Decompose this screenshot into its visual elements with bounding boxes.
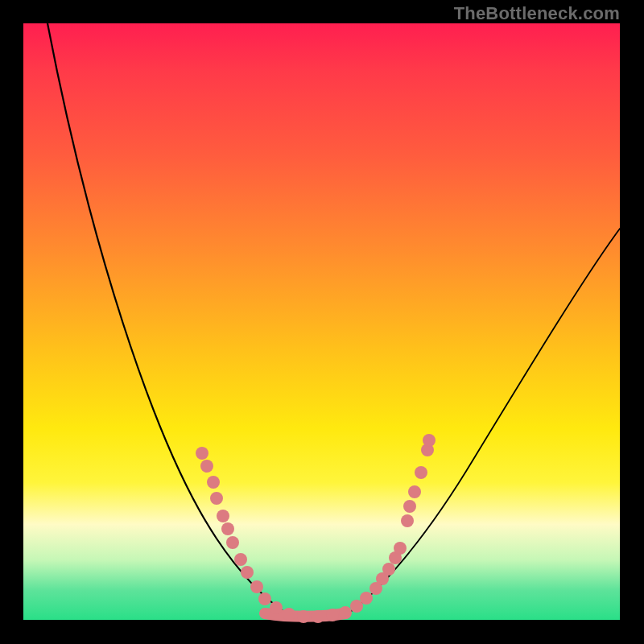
data-marker [283,608,295,621]
data-marker [394,542,407,555]
data-marker [403,500,416,513]
data-marker [382,563,395,576]
series-right-curve [345,229,620,615]
data-marker [200,460,213,473]
data-marker [217,510,229,522]
series-left-curve [47,23,287,614]
data-marker [326,609,339,621]
data-marker [270,601,283,614]
data-marker [234,553,247,566]
data-marker [250,580,263,593]
data-marker [415,466,427,479]
data-marker [207,476,220,489]
chart-svg [23,23,620,620]
data-marker [210,492,223,505]
chart-frame: TheBottleneck.com [0,0,644,644]
data-marker [221,522,234,535]
data-marker [258,592,271,605]
data-marker [297,610,310,623]
data-marker [226,536,239,549]
data-marker [401,514,414,527]
data-marker [339,606,352,619]
data-marker [408,485,421,498]
data-marker [360,592,373,605]
watermark-text: TheBottleneck.com [454,3,620,24]
data-marker [196,447,208,460]
data-marker [241,566,254,579]
data-marker [423,434,436,447]
data-marker [312,610,324,623]
